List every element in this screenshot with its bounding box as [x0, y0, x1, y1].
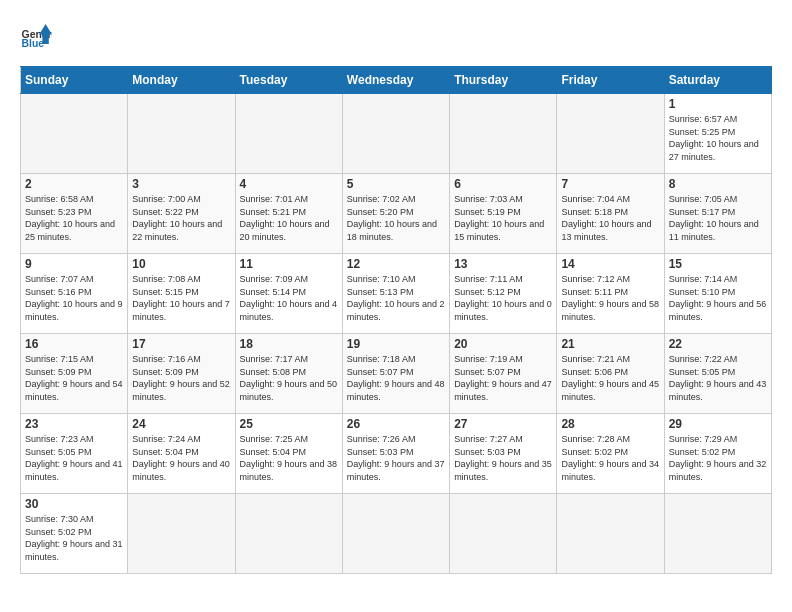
calendar-day-cell: 2Sunrise: 6:58 AMSunset: 5:23 PMDaylight…	[21, 174, 128, 254]
day-number: 7	[561, 177, 659, 191]
weekday-header-monday: Monday	[128, 67, 235, 94]
weekday-header-tuesday: Tuesday	[235, 67, 342, 94]
day-info: Sunrise: 7:14 AMSunset: 5:10 PMDaylight:…	[669, 273, 767, 323]
day-info: Sunrise: 7:30 AMSunset: 5:02 PMDaylight:…	[25, 513, 123, 563]
day-number: 4	[240, 177, 338, 191]
day-number: 15	[669, 257, 767, 271]
calendar-day-cell	[342, 494, 449, 574]
svg-text:Blue: Blue	[22, 38, 45, 49]
day-number: 5	[347, 177, 445, 191]
calendar-day-cell: 15Sunrise: 7:14 AMSunset: 5:10 PMDayligh…	[664, 254, 771, 334]
day-number: 29	[669, 417, 767, 431]
day-info: Sunrise: 7:16 AMSunset: 5:09 PMDaylight:…	[132, 353, 230, 403]
calendar-day-cell: 12Sunrise: 7:10 AMSunset: 5:13 PMDayligh…	[342, 254, 449, 334]
day-info: Sunrise: 7:09 AMSunset: 5:14 PMDaylight:…	[240, 273, 338, 323]
calendar-day-cell	[557, 494, 664, 574]
day-number: 24	[132, 417, 230, 431]
day-info: Sunrise: 7:19 AMSunset: 5:07 PMDaylight:…	[454, 353, 552, 403]
calendar-day-cell	[450, 494, 557, 574]
calendar-day-cell: 14Sunrise: 7:12 AMSunset: 5:11 PMDayligh…	[557, 254, 664, 334]
weekday-header-sunday: Sunday	[21, 67, 128, 94]
weekday-header-wednesday: Wednesday	[342, 67, 449, 94]
day-number: 11	[240, 257, 338, 271]
day-info: Sunrise: 7:15 AMSunset: 5:09 PMDaylight:…	[25, 353, 123, 403]
day-info: Sunrise: 7:17 AMSunset: 5:08 PMDaylight:…	[240, 353, 338, 403]
day-number: 26	[347, 417, 445, 431]
day-number: 9	[25, 257, 123, 271]
day-number: 18	[240, 337, 338, 351]
day-info: Sunrise: 7:00 AMSunset: 5:22 PMDaylight:…	[132, 193, 230, 243]
day-number: 22	[669, 337, 767, 351]
calendar-day-cell: 20Sunrise: 7:19 AMSunset: 5:07 PMDayligh…	[450, 334, 557, 414]
calendar-week-row: 23Sunrise: 7:23 AMSunset: 5:05 PMDayligh…	[21, 414, 772, 494]
calendar-day-cell	[128, 94, 235, 174]
day-info: Sunrise: 7:01 AMSunset: 5:21 PMDaylight:…	[240, 193, 338, 243]
day-info: Sunrise: 7:23 AMSunset: 5:05 PMDaylight:…	[25, 433, 123, 483]
calendar-day-cell: 22Sunrise: 7:22 AMSunset: 5:05 PMDayligh…	[664, 334, 771, 414]
calendar-day-cell: 26Sunrise: 7:26 AMSunset: 5:03 PMDayligh…	[342, 414, 449, 494]
calendar-day-cell	[450, 94, 557, 174]
day-number: 28	[561, 417, 659, 431]
day-info: Sunrise: 7:25 AMSunset: 5:04 PMDaylight:…	[240, 433, 338, 483]
calendar-day-cell	[235, 494, 342, 574]
day-number: 25	[240, 417, 338, 431]
calendar-header-row: SundayMondayTuesdayWednesdayThursdayFrid…	[21, 67, 772, 94]
day-number: 16	[25, 337, 123, 351]
calendar-day-cell	[235, 94, 342, 174]
calendar-week-row: 16Sunrise: 7:15 AMSunset: 5:09 PMDayligh…	[21, 334, 772, 414]
calendar-day-cell: 11Sunrise: 7:09 AMSunset: 5:14 PMDayligh…	[235, 254, 342, 334]
day-info: Sunrise: 7:27 AMSunset: 5:03 PMDaylight:…	[454, 433, 552, 483]
calendar-day-cell: 4Sunrise: 7:01 AMSunset: 5:21 PMDaylight…	[235, 174, 342, 254]
day-info: Sunrise: 7:24 AMSunset: 5:04 PMDaylight:…	[132, 433, 230, 483]
calendar-day-cell	[557, 94, 664, 174]
calendar-day-cell: 19Sunrise: 7:18 AMSunset: 5:07 PMDayligh…	[342, 334, 449, 414]
calendar-day-cell: 1Sunrise: 6:57 AMSunset: 5:25 PMDaylight…	[664, 94, 771, 174]
day-number: 19	[347, 337, 445, 351]
logo: General Blue	[20, 20, 52, 56]
day-info: Sunrise: 7:26 AMSunset: 5:03 PMDaylight:…	[347, 433, 445, 483]
calendar-day-cell: 7Sunrise: 7:04 AMSunset: 5:18 PMDaylight…	[557, 174, 664, 254]
day-info: Sunrise: 7:07 AMSunset: 5:16 PMDaylight:…	[25, 273, 123, 323]
calendar-day-cell: 24Sunrise: 7:24 AMSunset: 5:04 PMDayligh…	[128, 414, 235, 494]
day-info: Sunrise: 7:08 AMSunset: 5:15 PMDaylight:…	[132, 273, 230, 323]
day-number: 20	[454, 337, 552, 351]
calendar-day-cell: 23Sunrise: 7:23 AMSunset: 5:05 PMDayligh…	[21, 414, 128, 494]
day-info: Sunrise: 7:02 AMSunset: 5:20 PMDaylight:…	[347, 193, 445, 243]
weekday-header-thursday: Thursday	[450, 67, 557, 94]
calendar-week-row: 2Sunrise: 6:58 AMSunset: 5:23 PMDaylight…	[21, 174, 772, 254]
day-info: Sunrise: 7:10 AMSunset: 5:13 PMDaylight:…	[347, 273, 445, 323]
calendar-day-cell: 28Sunrise: 7:28 AMSunset: 5:02 PMDayligh…	[557, 414, 664, 494]
day-number: 30	[25, 497, 123, 511]
day-info: Sunrise: 7:04 AMSunset: 5:18 PMDaylight:…	[561, 193, 659, 243]
calendar-day-cell: 8Sunrise: 7:05 AMSunset: 5:17 PMDaylight…	[664, 174, 771, 254]
calendar-day-cell: 3Sunrise: 7:00 AMSunset: 5:22 PMDaylight…	[128, 174, 235, 254]
calendar-day-cell: 13Sunrise: 7:11 AMSunset: 5:12 PMDayligh…	[450, 254, 557, 334]
calendar-day-cell: 6Sunrise: 7:03 AMSunset: 5:19 PMDaylight…	[450, 174, 557, 254]
day-info: Sunrise: 7:18 AMSunset: 5:07 PMDaylight:…	[347, 353, 445, 403]
day-number: 12	[347, 257, 445, 271]
day-info: Sunrise: 7:29 AMSunset: 5:02 PMDaylight:…	[669, 433, 767, 483]
day-number: 27	[454, 417, 552, 431]
calendar-day-cell: 9Sunrise: 7:07 AMSunset: 5:16 PMDaylight…	[21, 254, 128, 334]
calendar-day-cell: 30Sunrise: 7:30 AMSunset: 5:02 PMDayligh…	[21, 494, 128, 574]
day-number: 6	[454, 177, 552, 191]
calendar-day-cell: 27Sunrise: 7:27 AMSunset: 5:03 PMDayligh…	[450, 414, 557, 494]
calendar-day-cell: 16Sunrise: 7:15 AMSunset: 5:09 PMDayligh…	[21, 334, 128, 414]
calendar-week-row: 9Sunrise: 7:07 AMSunset: 5:16 PMDaylight…	[21, 254, 772, 334]
calendar-day-cell: 17Sunrise: 7:16 AMSunset: 5:09 PMDayligh…	[128, 334, 235, 414]
day-info: Sunrise: 7:11 AMSunset: 5:12 PMDaylight:…	[454, 273, 552, 323]
day-number: 13	[454, 257, 552, 271]
calendar-day-cell: 5Sunrise: 7:02 AMSunset: 5:20 PMDaylight…	[342, 174, 449, 254]
day-number: 8	[669, 177, 767, 191]
day-number: 10	[132, 257, 230, 271]
day-info: Sunrise: 7:12 AMSunset: 5:11 PMDaylight:…	[561, 273, 659, 323]
calendar-table: SundayMondayTuesdayWednesdayThursdayFrid…	[20, 66, 772, 574]
logo-icon: General Blue	[20, 20, 52, 52]
day-info: Sunrise: 7:22 AMSunset: 5:05 PMDaylight:…	[669, 353, 767, 403]
calendar-day-cell	[128, 494, 235, 574]
day-number: 17	[132, 337, 230, 351]
calendar-day-cell: 29Sunrise: 7:29 AMSunset: 5:02 PMDayligh…	[664, 414, 771, 494]
calendar-week-row: 1Sunrise: 6:57 AMSunset: 5:25 PMDaylight…	[21, 94, 772, 174]
page-header: General Blue	[20, 20, 772, 56]
calendar-day-cell	[21, 94, 128, 174]
